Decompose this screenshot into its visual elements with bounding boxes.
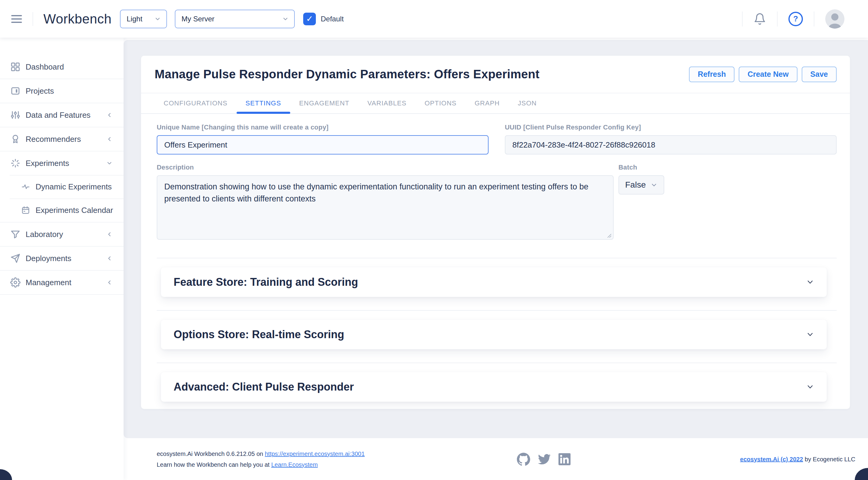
linkedin-icon[interactable]	[558, 453, 570, 465]
twitter-icon[interactable]	[538, 453, 551, 466]
tab-variables[interactable]: VARIABLES	[358, 93, 415, 113]
sidebar-nav: Dashboard Projects Data and Features Rec…	[0, 38, 124, 480]
sidebar-item-projects[interactable]: Projects	[0, 79, 124, 103]
accordion-title: Options Store: Real-time Scoring	[174, 328, 344, 341]
hamburger-menu-icon[interactable]	[11, 14, 22, 24]
description-textarea[interactable]: Demonstration showing how to use the dyn…	[157, 175, 614, 240]
batch-select-value: False	[625, 180, 646, 190]
learn-ecosystem-link[interactable]: Learn.Ecosystem	[271, 461, 318, 468]
default-checkbox[interactable]: ✓	[303, 13, 316, 25]
user-avatar[interactable]	[825, 9, 844, 29]
batch-field-group: Batch False	[618, 164, 664, 241]
sidebar-item-label: Management	[26, 278, 71, 287]
server-select[interactable]: My Server	[175, 10, 295, 28]
chevron-left-icon	[105, 111, 113, 119]
check-icon: ✓	[306, 14, 313, 24]
theme-select[interactable]: Light	[120, 10, 167, 28]
batch-select[interactable]: False	[618, 175, 664, 195]
chevron-down-icon	[806, 382, 815, 391]
sidebar-item-dynamic-experiments[interactable]: Dynamic Experiments	[0, 175, 124, 199]
award-icon	[10, 134, 21, 144]
section-divider	[157, 310, 837, 311]
batch-label: Batch	[618, 164, 664, 171]
chevron-down-icon	[282, 16, 289, 22]
unique-name-input[interactable]	[157, 135, 489, 155]
accordion-title: Feature Store: Training and Scoring	[174, 276, 358, 288]
help-icon[interactable]: ?	[788, 12, 803, 26]
header-divider	[742, 11, 743, 27]
copyright-suffix: by Ecogenetic LLC	[803, 456, 855, 462]
sidebar-item-label: Experiments	[26, 159, 69, 168]
sidebar-item-label: Experiments Calendar	[36, 206, 113, 215]
tab-graph[interactable]: GRAPH	[466, 93, 509, 113]
section-divider	[157, 258, 837, 259]
card-header: Manage Pulse Responder Dynamic Parameter…	[141, 56, 850, 93]
tab-engagement[interactable]: ENGAGEMENT	[290, 93, 358, 113]
footer-text: ecosystem.Ai Workbench 0.6.212.05 on htt…	[157, 448, 365, 470]
sidebar-item-recommenders[interactable]: Recommenders	[0, 127, 124, 151]
sidebar-item-label: Deployments	[26, 254, 71, 263]
gear-icon	[10, 277, 21, 287]
accordion-title: Advanced: Client Pulse Responder	[174, 381, 354, 393]
sliders-icon	[10, 110, 21, 120]
header-divider	[814, 11, 814, 27]
header-divider	[33, 12, 33, 26]
footer-version-line: ecosystem.Ai Workbench 0.6.212.05 on htt…	[157, 448, 365, 459]
notifications-bell-icon[interactable]	[753, 13, 766, 25]
footer-learn-line: Learn how the Workbench can help you at …	[157, 459, 365, 470]
create-new-button[interactable]: Create New	[739, 67, 797, 82]
tab-settings[interactable]: SETTINGS	[237, 93, 290, 113]
chevron-down-icon	[806, 330, 815, 339]
refresh-button[interactable]: Refresh	[689, 67, 735, 82]
sidebar-item-label: Dynamic Experiments	[36, 182, 112, 192]
server-select-value: My Server	[181, 15, 214, 23]
section-divider	[157, 363, 837, 363]
social-icons	[517, 453, 570, 466]
paper-plane-icon	[10, 253, 21, 264]
uuid-label: UUID [Client Pulse Responder Config Key]	[505, 124, 837, 131]
tab-json[interactable]: JSON	[509, 93, 546, 113]
chevron-down-icon	[105, 159, 113, 167]
action-buttons: Refresh Create New Save	[689, 67, 837, 82]
copyright-link[interactable]: ecosystem.Ai (c) 2022	[740, 456, 803, 462]
server-url-link[interactable]: https://experiment.ecosystem.ai:3001	[265, 450, 365, 457]
sidebar-item-dashboard[interactable]: Dashboard	[0, 55, 124, 79]
description-field-group: Description Demonstration showing how to…	[157, 164, 614, 241]
page-title: Manage Pulse Responder Dynamic Parameter…	[155, 67, 539, 81]
sidebar-item-laboratory[interactable]: Laboratory	[0, 222, 124, 247]
save-button[interactable]: Save	[802, 67, 837, 82]
uuid-field-group: UUID [Client Pulse Responder Config Key]	[505, 124, 837, 155]
sidebar-item-label: Dashboard	[26, 62, 64, 72]
calendar-icon	[21, 206, 30, 215]
tab-options[interactable]: OPTIONS	[415, 93, 466, 113]
top-header: Workbench Light My Server ✓ Default ?	[0, 0, 868, 38]
github-icon[interactable]	[517, 453, 530, 466]
description-label: Description	[157, 164, 614, 171]
sidebar-item-experiments-calendar[interactable]: Experiments Calendar	[0, 199, 124, 222]
resize-handle-icon[interactable]	[607, 233, 612, 238]
copyright: ecosystem.Ai (c) 2022 by Ecogenetic LLC	[740, 456, 855, 462]
settings-form: Unique Name [Changing this name will cre…	[141, 114, 850, 402]
app-title: Workbench	[43, 11, 112, 27]
activity-pulse-icon	[21, 182, 30, 191]
sidebar-item-label: Projects	[26, 87, 54, 96]
chevron-down-icon	[154, 16, 161, 22]
default-checkbox-label: Default	[321, 15, 344, 23]
chevron-down-icon	[650, 181, 658, 188]
uuid-input[interactable]	[505, 135, 837, 155]
accordion-feature-store[interactable]: Feature Store: Training and Scoring	[161, 267, 827, 297]
sidebar-item-management[interactable]: Management	[0, 271, 124, 295]
tab-configurations[interactable]: CONFIGURATIONS	[155, 93, 237, 113]
chevron-left-icon	[105, 279, 113, 286]
accordion-advanced-pulse-responder[interactable]: Advanced: Client Pulse Responder	[161, 372, 827, 402]
unique-name-field-group: Unique Name [Changing this name will cre…	[157, 124, 489, 155]
sidebar-item-experiments[interactable]: Experiments	[0, 151, 124, 175]
sidebar-item-label: Data and Features	[26, 110, 90, 120]
dashboard-grid-icon	[10, 62, 21, 72]
chevron-down-icon	[806, 278, 815, 287]
accordion-options-store[interactable]: Options Store: Real-time Scoring	[161, 320, 827, 349]
unique-name-label: Unique Name [Changing this name will cre…	[157, 124, 489, 131]
sidebar-item-data-and-features[interactable]: Data and Features	[0, 103, 124, 127]
sidebar-item-label: Recommenders	[26, 135, 81, 144]
sidebar-item-deployments[interactable]: Deployments	[0, 247, 124, 271]
